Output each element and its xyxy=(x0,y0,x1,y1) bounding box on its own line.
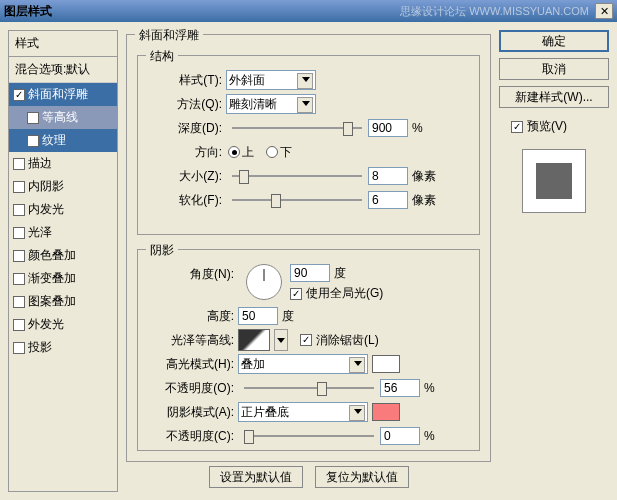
shadow-color-swatch[interactable] xyxy=(372,403,400,421)
soften-slider[interactable] xyxy=(232,191,362,209)
styles-list: 样式 混合选项:默认 斜面和浮雕 等高线 纹理 描边 内阴影 内发光 光泽 颜色… xyxy=(8,30,118,492)
title-bar: 图层样式 思缘设计论坛 WWW.MISSYUAN.COM ✕ xyxy=(0,0,617,22)
highlight-mode-label: 高光模式(H): xyxy=(148,356,238,373)
gloss-label: 光泽等高线: xyxy=(148,332,238,349)
checkbox-icon[interactable] xyxy=(13,89,25,101)
depth-unit: % xyxy=(412,121,423,135)
checkbox-icon[interactable] xyxy=(13,319,25,331)
soften-input[interactable]: 6 xyxy=(368,191,408,209)
highlight-opacity-input[interactable]: 56 xyxy=(380,379,420,397)
bevel-legend: 斜面和浮雕 xyxy=(135,27,203,44)
blend-options[interactable]: 混合选项:默认 xyxy=(9,57,117,83)
item-pattern-overlay[interactable]: 图案叠加 xyxy=(9,290,117,313)
size-slider[interactable] xyxy=(232,167,362,185)
window-title: 图层样式 xyxy=(4,3,400,20)
checkbox-icon[interactable] xyxy=(13,342,25,354)
angle-wheel[interactable] xyxy=(246,264,282,300)
item-stroke[interactable]: 描边 xyxy=(9,152,117,175)
item-bevel[interactable]: 斜面和浮雕 xyxy=(9,83,117,106)
reset-default-button[interactable]: 复位为默认值 xyxy=(315,466,409,488)
soften-label: 软化(F): xyxy=(148,192,226,209)
item-drop-shadow[interactable]: 投影 xyxy=(9,336,117,359)
angle-input[interactable]: 90 xyxy=(290,264,330,282)
structure-fieldset: 结构 样式(T): 外斜面 方法(Q): 雕刻清晰 深度(D): 900 % 方… xyxy=(137,55,480,235)
shadow-opacity-input[interactable]: 0 xyxy=(380,427,420,445)
checkbox-icon[interactable] xyxy=(13,227,25,239)
checkbox-icon[interactable] xyxy=(27,135,39,147)
size-label: 大小(Z): xyxy=(148,168,226,185)
size-unit: 像素 xyxy=(412,168,436,185)
checkbox-icon[interactable] xyxy=(13,250,25,262)
style-select[interactable]: 外斜面 xyxy=(226,70,316,90)
gloss-contour-dropdown[interactable] xyxy=(274,329,288,351)
close-button[interactable]: ✕ xyxy=(595,3,613,19)
altitude-label: 高度: xyxy=(148,308,238,325)
preview-thumbnail xyxy=(522,149,586,213)
shadow-mode-label: 阴影模式(A): xyxy=(148,404,238,421)
shadow-opacity-slider[interactable] xyxy=(244,427,374,445)
cancel-button[interactable]: 取消 xyxy=(499,58,609,80)
watermark: 思缘设计论坛 WWW.MISSYUAN.COM xyxy=(400,4,589,19)
item-outer-glow[interactable]: 外发光 xyxy=(9,313,117,336)
highlight-opacity-label: 不透明度(O): xyxy=(148,380,238,397)
direction-label: 方向: xyxy=(148,144,226,161)
item-gradient-overlay[interactable]: 渐变叠加 xyxy=(9,267,117,290)
technique-label: 方法(Q): xyxy=(148,96,226,113)
shading-fieldset: 阴影 角度(N): 90 度 使用全局光(G) xyxy=(137,249,480,451)
antialias-checkbox[interactable] xyxy=(300,334,312,346)
checkbox-icon[interactable] xyxy=(13,158,25,170)
highlight-mode-select[interactable]: 叠加 xyxy=(238,354,368,374)
shadow-opacity-label: 不透明度(C): xyxy=(148,428,238,445)
item-contour[interactable]: 等高线 xyxy=(9,106,117,129)
settings-panel: 斜面和浮雕 结构 样式(T): 外斜面 方法(Q): 雕刻清晰 深度(D): 9… xyxy=(126,30,491,492)
item-color-overlay[interactable]: 颜色叠加 xyxy=(9,244,117,267)
structure-legend: 结构 xyxy=(146,48,178,65)
new-style-button[interactable]: 新建样式(W)... xyxy=(499,86,609,108)
item-inner-shadow[interactable]: 内阴影 xyxy=(9,175,117,198)
item-satin[interactable]: 光泽 xyxy=(9,221,117,244)
style-label: 样式(T): xyxy=(148,72,226,89)
depth-input[interactable]: 900 xyxy=(368,119,408,137)
ok-button[interactable]: 确定 xyxy=(499,30,609,52)
size-input[interactable]: 8 xyxy=(368,167,408,185)
checkbox-icon[interactable] xyxy=(13,204,25,216)
item-inner-glow[interactable]: 内发光 xyxy=(9,198,117,221)
make-default-button[interactable]: 设置为默认值 xyxy=(209,466,303,488)
depth-slider[interactable] xyxy=(232,119,362,137)
shadow-mode-select[interactable]: 正片叠底 xyxy=(238,402,368,422)
checkbox-icon[interactable] xyxy=(13,181,25,193)
angle-label: 角度(N): xyxy=(148,264,238,283)
highlight-opacity-slider[interactable] xyxy=(244,379,374,397)
technique-select[interactable]: 雕刻清晰 xyxy=(226,94,316,114)
action-panel: 确定 取消 新建样式(W)... 预览(V) xyxy=(499,30,609,492)
global-light-checkbox[interactable] xyxy=(290,288,302,300)
checkbox-icon[interactable] xyxy=(27,112,39,124)
soften-unit: 像素 xyxy=(412,192,436,209)
preview-checkbox[interactable] xyxy=(511,121,523,133)
styles-header: 样式 xyxy=(9,31,117,57)
checkbox-icon[interactable] xyxy=(13,296,25,308)
gloss-contour-picker[interactable] xyxy=(238,329,270,351)
shading-legend: 阴影 xyxy=(146,242,178,259)
checkbox-icon[interactable] xyxy=(13,273,25,285)
direction-down-radio[interactable] xyxy=(266,146,278,158)
bevel-fieldset: 斜面和浮雕 结构 样式(T): 外斜面 方法(Q): 雕刻清晰 深度(D): 9… xyxy=(126,34,491,462)
direction-up-radio[interactable] xyxy=(228,146,240,158)
altitude-input[interactable]: 50 xyxy=(238,307,278,325)
item-texture[interactable]: 纹理 xyxy=(9,129,117,152)
highlight-color-swatch[interactable] xyxy=(372,355,400,373)
depth-label: 深度(D): xyxy=(148,120,226,137)
